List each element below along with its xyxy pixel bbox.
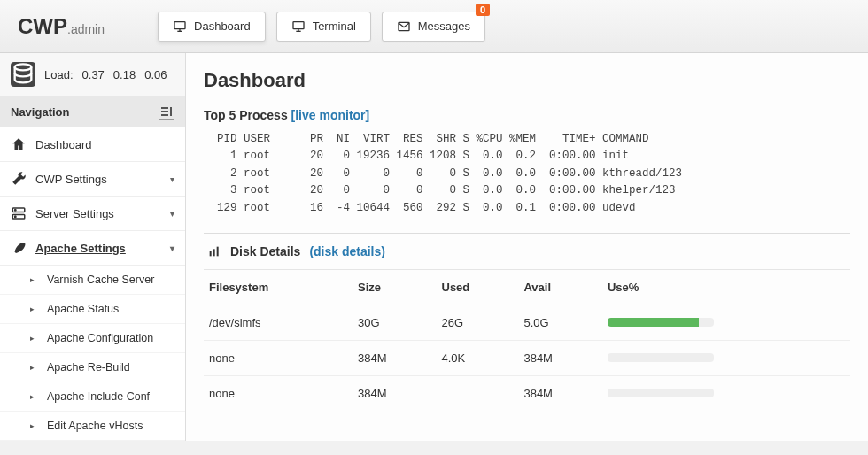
bar-chart-icon: [207, 244, 221, 258]
usage-bar: [608, 318, 714, 327]
logo-main: CWP: [18, 14, 67, 38]
svg-rect-18: [217, 247, 219, 257]
logo: CWP.admin: [18, 14, 105, 39]
load-2: 0.18: [113, 68, 136, 81]
svg-rect-10: [161, 114, 168, 116]
database-icon: [11, 62, 35, 87]
nav-header: Navigation: [0, 96, 185, 127]
live-monitor-link[interactable]: [live monitor]: [291, 108, 370, 122]
sidebar-sub-varnish[interactable]: Varnish Cache Server: [0, 266, 185, 295]
usage-bar: [608, 389, 714, 397]
cell-size: 384M: [353, 340, 436, 375]
disk-table: Filesystem Size Used Avail Use% /dev/sim…: [204, 270, 850, 411]
process-heading-text: Top 5 Process: [204, 108, 291, 122]
topnav: Dashboard Terminal Messages 0: [158, 12, 485, 42]
cell-usep: [602, 375, 850, 411]
sidebar: Load: 0.37 0.18 0.06 Navigation Dashboar…: [0, 53, 186, 441]
svg-rect-3: [293, 21, 304, 28]
disk-details-link[interactable]: (disk details): [309, 244, 385, 258]
table-row: /dev/simfs30G26G5.0G: [204, 305, 850, 340]
svg-rect-9: [161, 111, 168, 112]
svg-point-7: [15, 64, 32, 70]
topbar: CWP.admin Dashboard Terminal Messages 0: [0, 0, 868, 53]
th-usep: Use%: [602, 270, 850, 305]
dashboard-tab[interactable]: Dashboard: [158, 12, 266, 42]
sidebar-sub-apache-rebuild[interactable]: Apache Re-Build: [0, 353, 185, 382]
usage-bar: [608, 353, 714, 362]
cell-used: [437, 375, 519, 411]
sidebar-sub-apache-status[interactable]: Apache Status: [0, 295, 185, 324]
sidebar-sub-apache-include[interactable]: Apache Include Conf: [0, 382, 185, 412]
cell-fs: /dev/simfs: [204, 305, 353, 340]
cell-usep: [602, 305, 850, 340]
home-icon: [11, 136, 27, 152]
table-row: none384M384M: [204, 375, 850, 411]
disk-panel-header: Disk Details (disk details): [204, 234, 850, 270]
sidebar-item-dashboard[interactable]: Dashboard: [0, 127, 185, 162]
sidebar-sub-apache-vhosts[interactable]: Edit Apache vHosts: [0, 412, 185, 441]
table-row: none384M4.0K384M: [204, 340, 850, 375]
disk-panel: Disk Details (disk details) Filesystem S…: [204, 233, 850, 411]
terminal-tab[interactable]: Terminal: [276, 12, 371, 42]
main-content: Dashboard Top 5 Process [live monitor] P…: [186, 53, 868, 441]
cell-size: 384M: [353, 375, 436, 411]
th-avail: Avail: [518, 270, 601, 305]
cell-used: 26G: [437, 305, 519, 340]
cell-fs: none: [204, 340, 353, 375]
server-icon: [11, 205, 27, 221]
sidebar-item-cwp-settings[interactable]: CWP Settings: [0, 162, 185, 197]
svg-rect-17: [213, 249, 215, 256]
nav-collapse-icon[interactable]: [159, 104, 174, 120]
messages-tab[interactable]: Messages 0: [382, 12, 485, 42]
th-used: Used: [437, 270, 519, 305]
sidebar-item-apache-settings[interactable]: Apache Settings: [0, 231, 185, 266]
monitor-icon: [173, 19, 187, 34]
th-size: Size: [353, 270, 436, 305]
messages-badge: 0: [476, 4, 490, 16]
svg-rect-16: [210, 251, 212, 256]
cell-used: 4.0K: [437, 340, 519, 375]
wrench-icon: [11, 171, 27, 187]
cell-avail: 384M: [518, 340, 601, 375]
svg-rect-0: [174, 21, 185, 28]
process-heading: Top 5 Process [live monitor]: [204, 108, 850, 122]
disk-panel-title: Disk Details: [230, 244, 300, 258]
terminal-icon: [291, 19, 306, 34]
sidebar-item-label: Dashboard: [35, 138, 92, 151]
sidebar-item-label: Apache Settings: [35, 242, 126, 255]
messages-tab-label: Messages: [418, 19, 470, 33]
cell-avail: 384M: [518, 375, 601, 411]
th-filesystem: Filesystem: [204, 270, 353, 305]
dashboard-tab-label: Dashboard: [194, 19, 251, 33]
load-label: Load:: [44, 68, 74, 81]
load-box: Load: 0.37 0.18 0.06: [0, 53, 185, 96]
load-1: 0.37: [82, 68, 105, 81]
sidebar-sub-apache-conf[interactable]: Apache Configuration: [0, 324, 185, 353]
process-table: PID USER PR NI VIRT RES SHR S %CPU %MEM …: [204, 131, 850, 217]
cell-size: 30G: [353, 305, 436, 340]
svg-rect-11: [170, 107, 172, 116]
svg-point-14: [15, 210, 17, 212]
sidebar-item-label: Server Settings: [35, 207, 114, 220]
envelope-icon: [397, 19, 411, 34]
sidebar-item-label: CWP Settings: [35, 173, 107, 186]
cell-usep: [602, 340, 850, 375]
cell-fs: none: [204, 375, 353, 411]
svg-point-15: [15, 216, 17, 218]
terminal-tab-label: Terminal: [313, 19, 356, 33]
cell-avail: 5.0G: [518, 305, 601, 340]
feather-icon: [11, 240, 27, 256]
svg-rect-8: [161, 107, 168, 109]
logo-sub: .admin: [67, 22, 105, 36]
sidebar-item-server-settings[interactable]: Server Settings: [0, 197, 185, 231]
nav-header-label: Navigation: [11, 105, 69, 119]
page-title: Dashboard: [204, 69, 850, 92]
load-3: 0.06: [144, 68, 167, 81]
